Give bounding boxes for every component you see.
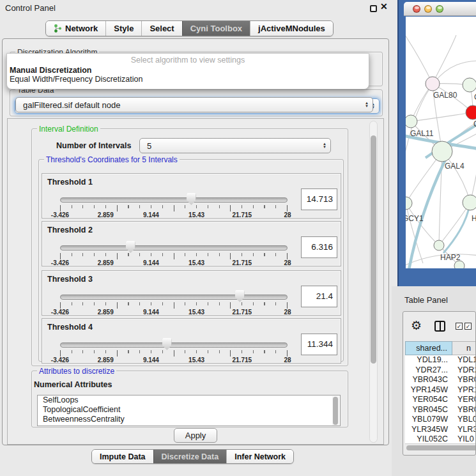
settings-scrollpane: Interval Definition Number of Intervals … [7, 118, 384, 445]
checkbox-icon[interactable]: ✓ [456, 323, 463, 330]
slider-scale-labels: -3.4262.8599.14415.4321.71528 [60, 259, 288, 267]
threshold-3-slider[interactable]: -3.4262.8599.14415.4321.71528 [60, 294, 288, 314]
top-tab-bar: Network Style Select Cyni Toolbox jActiv… [45, 20, 334, 36]
slider-track[interactable] [60, 197, 288, 203]
popup-item-manual-discretization[interactable]: Manual Discretization [7, 65, 369, 74]
column-header-shared[interactable]: shared... [405, 341, 452, 355]
threshold-2-slider[interactable]: -3.4262.8599.14415.4321.71528 [60, 245, 288, 265]
threshold-2-value[interactable]: 6.316 [301, 236, 337, 258]
number-of-intervals-combobox[interactable]: 5 ▲ ▼ [139, 138, 331, 153]
threshold-4-label: Threshold 4 [47, 323, 93, 332]
gear-icon[interactable]: ⚙ [411, 318, 422, 333]
spinner-icon[interactable]: ▲ ▼ [361, 102, 372, 108]
network-view-window: GAL80 G C GAL11 GAL4 GCY1 [397, 0, 476, 286]
table-panel: Table Panel ⚙ ✓ ✓ shared... n YDL19... Y… [392, 286, 476, 476]
network-canvas[interactable]: GAL80 G C GAL11 GAL4 GCY1 [406, 17, 476, 268]
table-row[interactable]: YPR145W YPR1 [405, 385, 476, 395]
tab-style[interactable]: Style [105, 21, 141, 36]
network-node[interactable]: GAL80 [426, 77, 457, 100]
scrollbar-thumb[interactable] [406, 445, 476, 450]
slider-thumb[interactable] [126, 241, 135, 253]
cyni-content-panel: Discretization Algorithm ▲ ▼ Table Data … [2, 38, 389, 445]
threshold-1-label: Threshold 1 [47, 178, 93, 187]
list-item[interactable]: TopologicalCoefficient [38, 405, 340, 415]
threshold-4-value[interactable]: 11.344 [301, 334, 337, 355]
popup-item-equal-width[interactable]: Equal Width/Frequency Discretization [7, 74, 369, 83]
table-body: YDL19... YDL1 YDR27... YDR2 YBR043C YBR0… [405, 355, 476, 443]
mac-zoom-icon[interactable] [436, 5, 443, 13]
table-row[interactable]: YBR045C YBR0 [405, 405, 476, 415]
table-header-row: shared... n [405, 341, 476, 355]
mac-minimize-icon[interactable] [424, 5, 432, 13]
checkbox-icon[interactable]: ✓ [464, 323, 472, 330]
tab-impute-data[interactable]: Impute Data [92, 450, 153, 463]
tab-jactivemnodules[interactable]: jActiveMNodules [250, 21, 333, 36]
threshold-4-panel: Threshold 4 -3.4262.8599.14415.4321.7152… [42, 318, 341, 364]
network-node[interactable]: GAL11 [406, 115, 434, 138]
table-row[interactable]: YIL052C YIL0 [405, 434, 476, 443]
table-row[interactable]: YLR345W YLR3 [405, 425, 476, 435]
column-header-name[interactable]: n [452, 341, 476, 355]
numerical-attributes-label: Numerical Attributes [34, 380, 112, 389]
column-browser-icon[interactable] [434, 321, 445, 332]
network-window-titlebar[interactable] [404, 2, 476, 16]
network-node[interactable] [454, 261, 464, 268]
table-row[interactable]: YDR27... YDR2 [405, 365, 476, 376]
node-table-container: ⚙ ✓ ✓ shared... n YDL19... YDL1 YDR27...… [403, 311, 476, 456]
table-row[interactable]: YDL19... YDL1 [405, 355, 476, 365]
panel-title: Control Panel [5, 3, 56, 13]
mac-close-icon[interactable] [413, 5, 420, 13]
threshold-4-slider[interactable]: -3.4262.8599.14415.4321.71528 [60, 342, 288, 362]
list-item[interactable]: SelfLoops [38, 395, 340, 405]
table-data-combobox[interactable]: galFiltered.sif default node ▲ ▼ [15, 97, 373, 112]
slider-track[interactable] [60, 245, 288, 250]
node-label: GCY1 [406, 214, 424, 223]
bottom-tab-bar: Impute Data Discretize Data Infer Networ… [91, 449, 294, 464]
slider-track[interactable] [60, 342, 288, 348]
network-node[interactable]: HAP2 [434, 240, 461, 262]
interval-definition-group: Interval Definition Number of Intervals … [31, 128, 348, 366]
network-node[interactable]: GCY1 [406, 197, 424, 223]
settings-scrollbar[interactable] [369, 121, 378, 443]
node-label: GAL4 [445, 162, 464, 171]
tab-infer-network[interactable]: Infer Network [226, 450, 293, 463]
table-row[interactable]: YER054C YER0 [405, 395, 476, 405]
close-icon[interactable]: ✕ [380, 1, 388, 12]
slider-track[interactable] [60, 295, 288, 300]
node-label: HAP2 [440, 253, 461, 262]
table-row[interactable]: YBR043C YBR0 [405, 375, 476, 385]
list-item[interactable]: BetweennessCentrality [38, 415, 340, 424]
table-toolbar: ⚙ ✓ ✓ [403, 312, 476, 340]
threshold-3-value[interactable]: 21.4 [301, 286, 337, 307]
node-label: GAL11 [410, 129, 434, 138]
tab-select[interactable]: Select [141, 21, 181, 36]
node-label: GAL80 [433, 91, 457, 100]
number-of-intervals-value: 5 [140, 141, 319, 151]
threshold-2-panel: Threshold 2 -3.4262.8599.14415.4321.7152… [42, 221, 341, 266]
slider-scale-labels: -3.4262.8599.14415.4321.71528 [60, 309, 288, 316]
float-window-icon[interactable] [370, 5, 377, 12]
node-label: H [472, 214, 476, 223]
slider-thumb[interactable] [187, 193, 196, 205]
numerical-attributes-list[interactable]: SelfLoopsTopologicalCoefficientBetweenne… [37, 395, 341, 426]
spinner-icon[interactable]: ▲ ▼ [319, 142, 330, 149]
threshold-coordinates-title: Threshold's Coordinates for 5 Intervals [44, 155, 180, 164]
slider-thumb[interactable] [235, 290, 245, 302]
slider-scale-labels: -3.4262.8599.14415.4321.71528 [60, 211, 288, 219]
threshold-1-slider[interactable]: -3.4262.8599.14415.4321.71528 [60, 197, 288, 217]
scrollbar-thumb[interactable] [371, 135, 376, 364]
network-node[interactable]: C [466, 105, 476, 128]
apply-button[interactable]: Apply [174, 428, 217, 443]
table-horizontal-scrollbar[interactable] [405, 443, 476, 452]
attributes-group-title: Attributes to discretize [37, 367, 116, 376]
attributes-group: Attributes to discretize Numerical Attri… [31, 371, 348, 427]
tab-cyni-toolbox[interactable]: Cyni Toolbox [182, 21, 250, 36]
tab-network[interactable]: Network [46, 21, 105, 36]
table-row[interactable]: YBL079W YBL0 [405, 415, 476, 425]
threshold-1-value[interactable]: 14.713 [301, 188, 337, 210]
slider-thumb[interactable] [162, 338, 172, 350]
tab-discretize-data[interactable]: Discretize Data [153, 450, 227, 463]
list-scrollbar[interactable] [332, 396, 339, 426]
table-data-group: Table Data galFiltered.sif default node … [10, 89, 383, 116]
network-node[interactable]: G [463, 78, 476, 102]
